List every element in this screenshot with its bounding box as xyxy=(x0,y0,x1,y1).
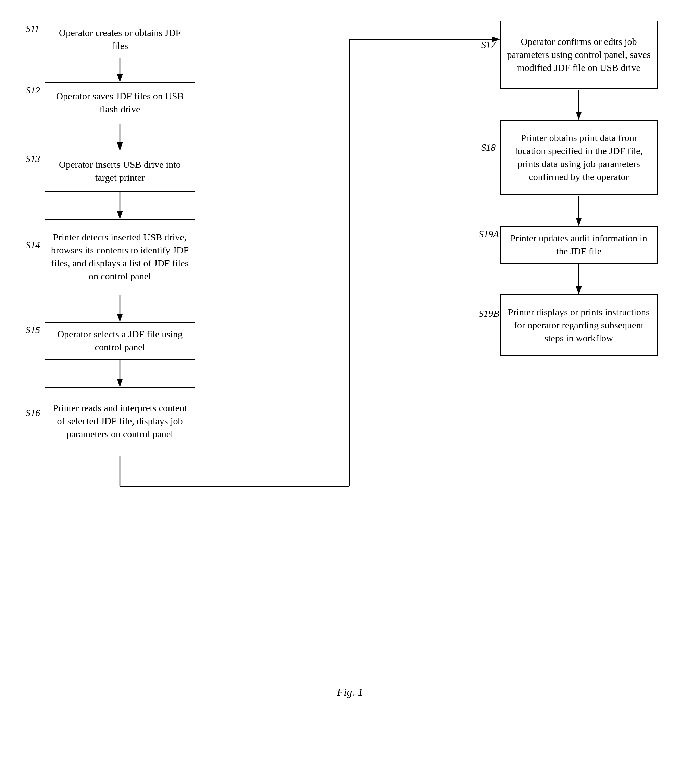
step-s19b-box: Printer displays or prints instructions … xyxy=(500,294,657,356)
step-s17-label: S17 xyxy=(481,40,496,50)
step-s19a-text: Printer updates audit information in the… xyxy=(506,232,652,258)
diagram-container: Operator creates or obtains JDF files S1… xyxy=(0,0,700,719)
step-s15-label: S15 xyxy=(26,325,40,336)
step-s17-box: Operator confirms or edits job parameter… xyxy=(500,21,657,89)
step-s12-label: S12 xyxy=(26,85,40,96)
figure-caption: Fig. 1 xyxy=(337,686,363,699)
step-s19a-label: S19A xyxy=(479,229,499,240)
step-s16-text: Printer reads and interprets content of … xyxy=(50,402,189,440)
step-s16-box: Printer reads and interprets content of … xyxy=(45,387,195,455)
step-s15-text: Operator selects a JDF file using contro… xyxy=(50,328,189,354)
step-s18-box: Printer obtains print data from location… xyxy=(500,120,657,195)
step-s16-label: S16 xyxy=(26,407,40,419)
step-s14-text: Printer detects inserted USB drive, brow… xyxy=(50,231,189,282)
step-s17-text: Operator confirms or edits job parameter… xyxy=(506,35,652,74)
step-s12-text: Operator saves JDF files on USB flash dr… xyxy=(50,90,189,116)
step-s12-box: Operator saves JDF files on USB flash dr… xyxy=(45,82,195,123)
step-s13-box: Operator inserts USB drive into target p… xyxy=(45,151,195,192)
step-s11-box: Operator creates or obtains JDF files xyxy=(45,21,195,58)
step-s14-label: S14 xyxy=(26,240,40,251)
step-s13-text: Operator inserts USB drive into target p… xyxy=(50,158,189,184)
step-s18-text: Printer obtains print data from location… xyxy=(506,132,652,183)
step-s19b-text: Printer displays or prints instructions … xyxy=(506,306,652,344)
step-s13-label: S13 xyxy=(26,153,40,164)
step-s11-label: S11 xyxy=(26,23,40,34)
step-s19a-box: Printer updates audit information in the… xyxy=(500,226,657,264)
step-s11-text: Operator creates or obtains JDF files xyxy=(50,26,189,53)
step-s18-label: S18 xyxy=(481,142,496,153)
step-s15-box: Operator selects a JDF file using contro… xyxy=(45,322,195,360)
step-s19b-label: S19B xyxy=(479,308,499,319)
step-s14-box: Printer detects inserted USB drive, brow… xyxy=(45,219,195,294)
